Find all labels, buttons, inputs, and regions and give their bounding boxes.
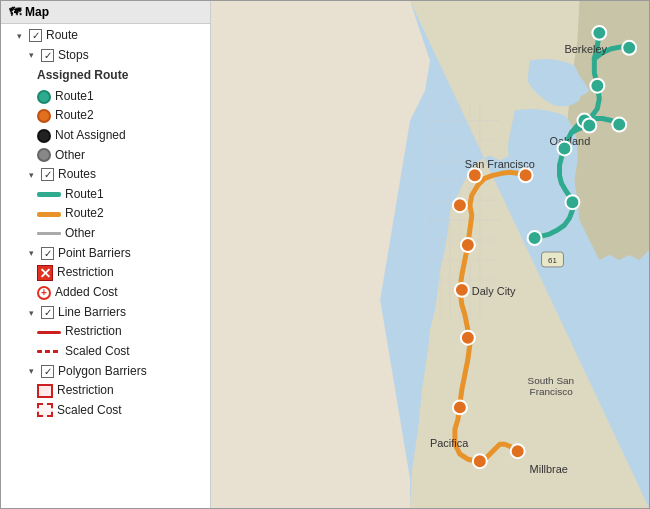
line-barriers-checkbox[interactable] bbox=[41, 306, 54, 319]
lb-restriction-symbol bbox=[37, 327, 61, 337]
point-barriers-arrow[interactable]: ▾ bbox=[25, 247, 37, 259]
route1-stop-item: Route1 bbox=[1, 87, 210, 107]
other-stops-symbol bbox=[37, 148, 51, 162]
stop-orange-4 bbox=[461, 238, 475, 252]
other-stops-item: Other bbox=[1, 146, 210, 166]
not-assigned-label: Not Assigned bbox=[55, 128, 126, 144]
line-barriers-label: Line Barriers bbox=[58, 305, 126, 321]
route1-stop-label: Route1 bbox=[55, 89, 94, 105]
lb-restriction-label: Restriction bbox=[65, 324, 122, 340]
lb-scaled-cost-label: Scaled Cost bbox=[65, 344, 130, 360]
route2-stop-label: Route2 bbox=[55, 108, 94, 124]
routes-label: Routes bbox=[58, 167, 96, 183]
map-area[interactable]: 61 Berkeley Oakland San Francisco Daly C… bbox=[211, 1, 649, 508]
stop-teal-2 bbox=[622, 41, 636, 55]
routes-route2-item: Route2 bbox=[1, 204, 210, 224]
poly-restriction-symbol bbox=[37, 384, 53, 398]
routes-other-label: Other bbox=[65, 226, 95, 242]
southsf-label: South San bbox=[528, 375, 575, 386]
assigned-route-group: Assigned Route bbox=[1, 65, 210, 87]
stop-teal-7 bbox=[557, 141, 571, 155]
stop-orange-1 bbox=[519, 168, 533, 182]
point-barriers-label: Point Barriers bbox=[58, 246, 131, 262]
stops-arrow[interactable]: ▾ bbox=[25, 49, 37, 61]
legend-title: Map bbox=[25, 5, 49, 19]
stop-teal-6 bbox=[582, 119, 596, 133]
stop-teal-1 bbox=[592, 26, 606, 40]
route-section: ▾ Route ▾ Stops Assigned Route Route1 Ro bbox=[1, 24, 210, 422]
route2-stop-symbol bbox=[37, 109, 51, 123]
stop-orange-6 bbox=[461, 331, 475, 345]
not-assigned-symbol bbox=[37, 129, 51, 143]
stop-orange-2 bbox=[453, 198, 467, 212]
stops-item: ▾ Stops bbox=[1, 46, 210, 66]
berkeley-label: Berkeley bbox=[564, 43, 607, 55]
stop-orange-3 bbox=[468, 168, 482, 182]
routes-item: ▾ Routes bbox=[1, 165, 210, 185]
routes-other-symbol bbox=[37, 229, 61, 239]
route-item: ▾ Route bbox=[1, 26, 210, 46]
pb-restriction-symbol bbox=[37, 265, 53, 281]
poly-scaled-cost-label: Scaled Cost bbox=[57, 403, 122, 419]
polygon-barriers-label: Polygon Barriers bbox=[58, 364, 147, 380]
not-assigned-item: Not Assigned bbox=[1, 126, 210, 146]
dalycity-label: Daly City bbox=[472, 285, 516, 297]
point-barriers-checkbox[interactable] bbox=[41, 247, 54, 260]
pb-added-cost-item: Added Cost bbox=[1, 283, 210, 303]
millbrae-label: Millbrae bbox=[530, 463, 568, 475]
other-stops-label: Other bbox=[55, 148, 85, 164]
poly-restriction-item: Restriction bbox=[1, 381, 210, 401]
legend-panel: 🗺 Map ▾ Route ▾ Stops Assigned Route Rou… bbox=[1, 1, 211, 509]
stop-teal-9 bbox=[528, 231, 542, 245]
routes-other-item: Other bbox=[1, 224, 210, 244]
route-arrow[interactable]: ▾ bbox=[13, 30, 25, 42]
stops-label: Stops bbox=[58, 48, 89, 64]
pb-added-cost-symbol bbox=[37, 286, 51, 300]
routes-route2-symbol bbox=[37, 209, 61, 219]
route2-stop-item: Route2 bbox=[1, 106, 210, 126]
stops-checkbox[interactable] bbox=[41, 49, 54, 62]
stop-teal-5 bbox=[612, 118, 626, 132]
assigned-route-label: Assigned Route bbox=[37, 67, 128, 85]
stop-teal-8 bbox=[565, 195, 579, 209]
poly-scaled-cost-symbol bbox=[37, 403, 53, 417]
polygon-barriers-arrow[interactable]: ▾ bbox=[25, 365, 37, 377]
routes-route1-symbol bbox=[37, 190, 61, 200]
stop-teal-3 bbox=[590, 79, 604, 93]
lb-scaled-cost-item: Scaled Cost bbox=[1, 342, 210, 362]
route1-stop-symbol bbox=[37, 90, 51, 104]
line-barriers-item: ▾ Line Barriers bbox=[1, 303, 210, 323]
lb-scaled-cost-symbol bbox=[37, 347, 61, 357]
routes-route1-item: Route1 bbox=[1, 185, 210, 205]
routes-checkbox[interactable] bbox=[41, 168, 54, 181]
svg-text:61: 61 bbox=[548, 256, 557, 265]
southsf-label2: Francisco bbox=[530, 386, 574, 397]
stop-orange-5 bbox=[455, 283, 469, 297]
stop-orange-7 bbox=[453, 400, 467, 414]
polygon-barriers-checkbox[interactable] bbox=[41, 365, 54, 378]
point-barriers-item: ▾ Point Barriers bbox=[1, 244, 210, 264]
stop-orange-8 bbox=[473, 454, 487, 468]
polygon-barriers-item: ▾ Polygon Barriers bbox=[1, 362, 210, 382]
line-barriers-arrow[interactable]: ▾ bbox=[25, 307, 37, 319]
route-checkbox[interactable] bbox=[29, 29, 42, 42]
pacifica-label: Pacifica bbox=[430, 437, 469, 449]
map-icon: 🗺 bbox=[9, 5, 21, 19]
poly-restriction-label: Restriction bbox=[57, 383, 114, 399]
routes-arrow[interactable]: ▾ bbox=[25, 169, 37, 181]
pb-restriction-item: Restriction bbox=[1, 263, 210, 283]
map-svg: 61 Berkeley Oakland San Francisco Daly C… bbox=[211, 1, 649, 508]
lb-restriction-item: Restriction bbox=[1, 322, 210, 342]
poly-scaled-cost-item: Scaled Cost bbox=[1, 401, 210, 421]
routes-route1-label: Route1 bbox=[65, 187, 104, 203]
pb-added-cost-label: Added Cost bbox=[55, 285, 118, 301]
routes-route2-label: Route2 bbox=[65, 206, 104, 222]
pb-restriction-label: Restriction bbox=[57, 265, 114, 281]
stop-orange-9 bbox=[511, 444, 525, 458]
legend-header: 🗺 Map bbox=[1, 1, 210, 24]
route-label: Route bbox=[46, 28, 78, 44]
